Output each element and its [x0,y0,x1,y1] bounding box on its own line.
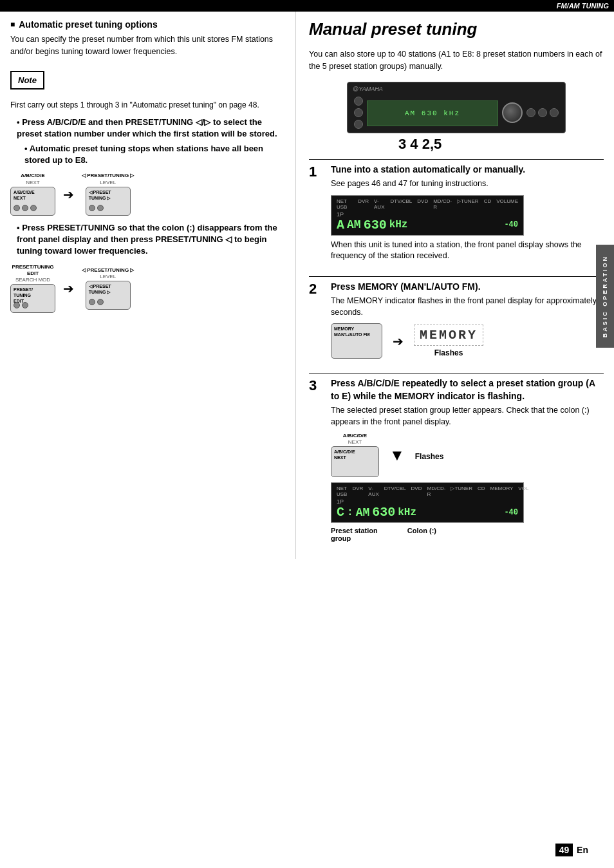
label-tuner: ▷TUNER [457,198,479,210]
step3-flash-wrap: Flashes [415,449,444,461]
step-3-content: Press A/B/C/D/E repeatedly to select a p… [331,377,604,542]
memory-flash-text: MEMORY [420,328,478,343]
bullet1-sub: Automatic preset tuning stops when stati… [17,143,285,166]
step3-remote-inner: A/B/C/D/ENEXT [334,449,355,460]
label-volume: VOLUME [496,198,518,210]
auto-preset-intro: You can specify the preset number from w… [10,33,285,58]
rec-btn [526,108,535,117]
right-column: Manual preset tuning You can also store … [296,12,614,559]
manual-preset-title: Manual preset tuning [309,19,604,42]
label-dvr3: DVR [352,486,363,497]
rec-left-btns [354,97,363,129]
step3-diagram: A/B/C/D/E NEXT A/B/C/D/ENEXT ▼ Flashes [331,433,604,477]
remote-1-inner: A/B/C/D/ENEXT [14,189,35,201]
memory-flash-wrap: MEMORY Flashes [414,325,483,357]
step-1-title: Tune into a station automatically or man… [331,164,604,176]
label-mdcd: MD/CD-R [433,198,452,210]
label-dtv: DTV/CBL [391,198,413,210]
arrow-step3: ▼ [389,446,405,464]
remote-1-btns [14,205,37,211]
tuner-label-row-3: NET USB DVR V-AUX DTV/CBL DVD MD/CD-R ▷T… [337,486,518,497]
rec-btn [538,108,547,117]
label-vaux3: V-AUX [368,486,378,497]
note-box: Note [10,71,44,90]
freq-colon: : [347,507,353,518]
step-2: 2 Press MEMORY (MAN'L/AUTO FM). The MEMO… [309,276,604,364]
left-column: Automatic preset tuning options You can … [0,12,296,559]
step-2-title: Press MEMORY (MAN'L/AUTO FM). [331,281,604,294]
step3-label-row: Preset stationgroup Colon (:) [331,527,604,542]
bullet1-bold: Press A/B/C/D/E and then PRESET/TUNING ◁… [17,117,285,140]
rec-btn [354,108,363,117]
label-1p: 1P [337,211,344,218]
flashes-label-3: Flashes [415,452,444,461]
diagram-1: A/B/C/D/E NEXT A/B/C/D/ENEXT ➔ ◁ PRESET/… [10,173,285,216]
remote-3-btns [14,302,28,308]
step-1-number: 1 [309,164,324,180]
step3-remote: A/B/C/D/ENEXT [331,446,379,477]
r-btn [14,205,20,211]
label-vol3: VOL [518,486,528,497]
rec-right-btns [526,108,559,117]
label-net: NET USB [337,198,353,210]
bullet2-bold: Press PRESET/TUNING so that the colon (:… [17,222,285,258]
tuner-label-row-1: NET USB DVR V-AUX DTV/CBL DVD MD/CD-R ▷T… [337,198,518,210]
flashes-label-2: Flashes [434,348,463,357]
tuner-sub-row: 1P [337,211,518,218]
label-dvd: DVD [417,198,428,210]
freq-am3: AM [356,506,370,519]
page-suffix: En [577,845,588,855]
basic-operation-tab: BASIC OPERATION [596,245,614,348]
label-cd: CD [484,198,492,210]
tuner-vol-1: -40 [504,220,518,229]
rec-display-text: AM 630 kHz [405,109,460,117]
remote-4: ◁ PRESETTUNING ▷ [86,281,131,310]
freq-unit3: kHz [398,507,416,518]
diag1-label2: NEXT [26,180,39,185]
bullet-item-2: Press PRESET/TUNING so that the colon (:… [10,222,285,258]
rec-knob [502,102,523,123]
rec-btn [354,97,363,106]
remote-2-inner: ◁ PRESETTUNING ▷ [89,189,111,201]
tuner-freq-row-3: C : AM 630 kHz -40 [337,505,518,520]
diag1-label4: LEVEL [100,180,116,185]
remote-4-inner: ◁ PRESETTUNING ▷ [89,283,111,295]
remote-2: ◁ PRESETTUNING ▷ [86,187,131,216]
receiver-illustration: @YAMAHA AM 630 kHz [347,82,566,153]
step-1-desc: See pages 46 and 47 for tuning instructi… [331,178,604,190]
diag2-label4: ◁ PRESET/TUNING ▷ [82,267,134,273]
label-memory3: MEMORY [490,486,514,497]
step-3: 3 Press A/B/C/D/E repeatedly to select a… [309,373,604,542]
freq-letter: A [337,218,344,232]
label-tuner3: ▷TUNER [451,486,472,497]
bullet-item-1: Press A/B/C/D/E and then PRESET/TUNING ◁… [10,117,285,166]
r-btn [22,302,28,308]
note-text: First carry out steps 1 through 3 in "Au… [10,100,285,111]
diag2-label5: LEVEL [100,274,116,279]
step3-remote-top-label: A/B/C/D/E [343,433,367,439]
step3-remote-wrap: A/B/C/D/E NEXT A/B/C/D/ENEXT [331,433,379,477]
memory-flash-diagram: MEMORYMAN'L/AUTO FM ➔ MEMORY Flashes [331,323,604,359]
step-2-header: 2 Press MEMORY (MAN'L/AUTO FM). The MEMO… [309,276,604,364]
step3-remote-sub-label: NEXT [348,439,362,445]
step-2-desc: The MEMORY indicator flashes in the fron… [331,296,604,318]
step-3-desc: The selected preset station group letter… [331,405,604,428]
label-dtv3: DTV/CBL [384,486,406,497]
colon-label: Colon (:) [407,527,436,542]
label-vaux: V-AUX [374,198,385,210]
diag1-label3: ◁ PRESET/TUNING ▷ [82,173,134,178]
memory-remote-label: MEMORYMAN'L/AUTO FM [334,326,370,337]
basic-operation-label: BASIC OPERATION [602,255,608,337]
auto-preset-title: Automatic preset tuning options [10,19,285,30]
memory-flash-box: MEMORY [414,325,483,346]
step-1: 1 Tune into a station automatically or m… [309,159,604,267]
page-footer: 49 En [555,845,588,855]
tuner-freq-row-1: A AM 630 kHz -40 [337,218,518,232]
memory-remote: MEMORYMAN'L/AUTO FM [331,323,382,359]
freq-num: 630 [364,218,387,232]
rec-btn [550,108,559,117]
arrow-1: ➔ [63,187,74,202]
page-number: 49 [555,844,573,856]
memory-remote-wrap: MEMORYMAN'L/AUTO FM [331,323,382,359]
label-dvr: DVR [358,198,369,210]
